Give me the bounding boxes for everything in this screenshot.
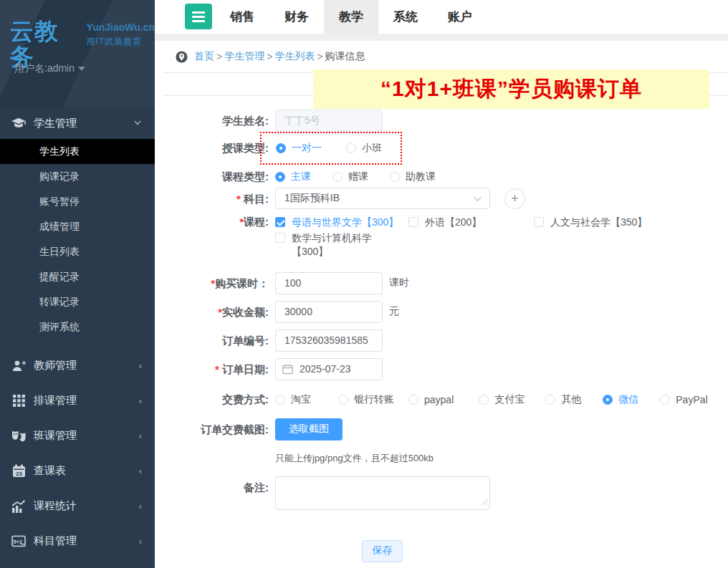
sidebar-item-label: 科目管理 — [34, 534, 77, 548]
sidebar-item-schedule-management[interactable]: 排课管理 ‹ — [0, 383, 155, 418]
order-date-row: * 订单日期: — [155, 358, 728, 380]
course-type-row: 课程类型: 主课 赠课 助教课 — [155, 166, 728, 184]
radio-one-on-one[interactable]: 一对一 — [276, 142, 322, 155]
sidebar-item-student-list[interactable]: 学生列表 — [0, 139, 155, 164]
tab-finance[interactable]: 财务 — [269, 0, 324, 34]
logo-slogan: 用IT武装教育 — [87, 36, 155, 48]
order-date-label: * 订单日期: — [155, 358, 275, 377]
radio-icon — [276, 143, 286, 153]
sidebar-item-grade-management[interactable]: 成绩管理 — [0, 214, 155, 239]
location-pin-icon — [176, 51, 188, 63]
sidebar-item-reminder-records[interactable]: 提醒记录 — [0, 264, 155, 289]
radio-assistant-course[interactable]: 助教课 — [390, 170, 436, 183]
radio-wechat[interactable]: 微信 — [603, 393, 638, 406]
amount-input[interactable] — [275, 301, 383, 323]
save-button[interactable]: 保存 — [362, 540, 403, 562]
sidebar-item-timetable[interactable]: 23 查课表 ‹ — [0, 453, 155, 488]
radio-other[interactable]: 其他 — [545, 393, 581, 406]
remark-textarea[interactable] — [275, 476, 490, 510]
upload-hint: 只能上传jpg/png文件，且不超过500kb — [275, 452, 728, 465]
tab-teaching[interactable]: 教学 — [324, 0, 378, 34]
subject-board-icon: 5+2 — [11, 535, 27, 548]
sidebar-item-label: 教师管理 — [34, 359, 77, 372]
stats-chart-icon — [11, 500, 27, 513]
payment-label: 交费方式: — [155, 392, 275, 407]
radio-label: 支付宝 — [494, 393, 525, 406]
top-navbar: 销售 财务 教学 系统 账户 — [155, 0, 728, 34]
svg-text:23: 23 — [16, 471, 22, 477]
radio-label: 助教课 — [406, 170, 436, 183]
checkbox-label: 外语【200】 — [425, 216, 482, 229]
tab-sales[interactable]: 销售 — [215, 0, 269, 34]
order-no-row: 订单编号: — [155, 329, 728, 352]
sidebar-item-label: 班课管理 — [34, 429, 77, 443]
radio-icon — [346, 143, 356, 153]
caret-down-icon — [78, 67, 85, 71]
sidebar: 云教务 YunJiaoWu.cn 用IT武装教育 用户名:admin 学生管理 — [0, 0, 155, 568]
radio-taobao[interactable]: 淘宝 — [275, 393, 311, 406]
radio-paypal-upper[interactable]: PayPal — [660, 394, 707, 405]
radio-bank-transfer[interactable]: 银行转账 — [338, 393, 394, 406]
checkbox-course-foreign-language[interactable]: 外语【200】 — [408, 216, 534, 229]
sidebar-item-course-statistics[interactable]: 课程统计 ‹ — [0, 488, 155, 524]
select-screenshot-button[interactable]: 选取截图 — [275, 418, 343, 441]
logo-domain: YunJiaoWu.cn — [87, 21, 155, 33]
sidebar-toggle-button[interactable] — [185, 4, 212, 29]
checkbox-course-humanities[interactable]: 人文与社会学【350】 — [534, 216, 647, 229]
sidebar-item-purchase-records[interactable]: 购课记录 — [0, 164, 155, 189]
checkbox-course-literature[interactable]: 母语与世界文学【300】 — [275, 216, 408, 229]
radio-icon — [390, 172, 400, 182]
sidebar-item-label: 查课表 — [34, 464, 66, 478]
radio-small-class[interactable]: 小班 — [346, 142, 382, 155]
order-no-input[interactable] — [275, 329, 383, 352]
checkbox-course-math-cs[interactable]: 数学与计算机科学【300】 — [275, 231, 408, 259]
screenshot-row: 订单交费截图: 选取截图 — [155, 418, 728, 441]
subject-select-value: 1国际预科IB — [284, 192, 340, 205]
breadcrumb-student-mgmt-link[interactable]: 学生管理 — [224, 50, 264, 63]
tab-account[interactable]: 账户 — [433, 0, 487, 34]
sidebar-item-label: 课程统计 — [34, 499, 77, 513]
sidebar-lower-menu: 教师管理 ‹ 排课管理 ‹ 班课管理 ‹ — [0, 348, 155, 559]
subject-select[interactable]: 1国际预科IB — [275, 188, 490, 209]
sidebar-item-class-management[interactable]: 班课管理 ‹ — [0, 418, 155, 453]
checkbox-icon — [275, 233, 285, 243]
radio-label: 一对一 — [292, 142, 322, 155]
breadcrumb-student-list-link[interactable]: 学生列表 — [274, 50, 315, 63]
calendar-23-icon: 23 — [11, 464, 27, 478]
remark-row: 备注: — [155, 476, 728, 513]
class-masks-icon — [11, 430, 27, 442]
payment-row: 交费方式: 淘宝 银行转账 paypal 支付宝 — [155, 392, 728, 407]
hours-input[interactable] — [275, 272, 383, 294]
checkbox-label: 人文与社会学【350】 — [550, 216, 647, 229]
radio-label: 微信 — [618, 393, 638, 406]
tab-system[interactable]: 系统 — [378, 0, 433, 34]
amount-label: *实收金额: — [155, 301, 275, 319]
checkbox-label: 数学与计算机科学【300】 — [292, 231, 408, 259]
username-dropdown[interactable]: 用户名:admin — [14, 62, 85, 75]
sidebar-item-subject-management[interactable]: 5+2 科目管理 ‹ — [0, 524, 155, 559]
radio-label: 小班 — [362, 142, 382, 155]
calendar-icon — [282, 364, 293, 377]
teacher-icon — [11, 360, 27, 372]
add-subject-button[interactable]: + — [504, 188, 525, 209]
sidebar-item-birthday-list[interactable]: 生日列表 — [0, 239, 155, 264]
student-name-input[interactable] — [275, 110, 383, 132]
sidebar-item-evaluation-system[interactable]: 测评系统 — [0, 314, 155, 340]
breadcrumb-home-link[interactable]: 首页 — [194, 50, 214, 63]
breadcrumb-bar: 首页 > 学生管理 > 学生列表 > 购课信息 — [155, 41, 728, 72]
sidebar-item-teacher-management[interactable]: 教师管理 ‹ — [0, 348, 155, 383]
sidebar-item-transfer-records[interactable]: 转课记录 — [0, 289, 155, 314]
radio-main-course[interactable]: 主课 — [275, 170, 311, 183]
amount-suffix: 元 — [389, 305, 399, 318]
radio-gift-course[interactable]: 赠课 — [332, 170, 368, 183]
radio-icon — [660, 395, 670, 405]
radio-alipay[interactable]: 支付宝 — [479, 393, 525, 406]
schedule-grid-icon — [11, 395, 27, 407]
sidebar-item-student-management[interactable]: 学生管理 — [0, 107, 155, 139]
chevron-left-icon: ‹ — [139, 395, 142, 406]
radio-paypal-lower[interactable]: paypal — [408, 394, 454, 405]
checkbox-label: 母语与世界文学【300】 — [292, 216, 398, 229]
sidebar-item-account-suspend[interactable]: 账号暂停 — [0, 189, 155, 214]
banner-text: “1对1+班课”学员购课订单 — [380, 74, 642, 104]
hours-label: *购买课时： — [155, 272, 275, 291]
